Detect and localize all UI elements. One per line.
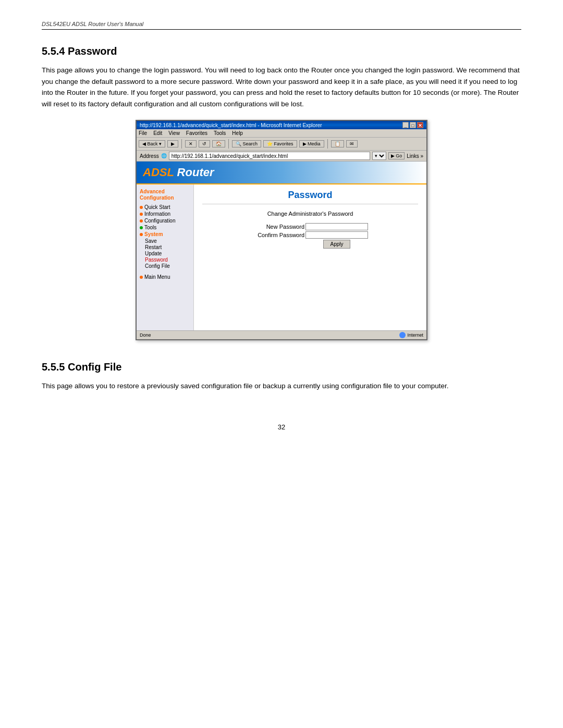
menu-tools[interactable]: Tools	[214, 130, 226, 136]
sidebar-label-configuration: Configuration	[144, 218, 175, 224]
toolbar-separator-1	[181, 139, 182, 149]
sidebar-item-quickstart[interactable]: Quick Start	[140, 204, 190, 210]
confirm-password-input[interactable]	[305, 231, 368, 239]
sidebar-sub-update[interactable]: Update	[145, 251, 190, 256]
router-body: Advanced Configuration Quick Start Infor…	[137, 184, 426, 330]
bullet-system	[140, 233, 143, 236]
bullet-configuration	[140, 219, 143, 223]
browser-toolbar: ◀ Back ▾ ▶ ✕ ↺ 🏠 🔍 Search ⭐ Favorites ▶ …	[137, 138, 426, 151]
menu-edit[interactable]: Edit	[153, 130, 162, 136]
internet-icon	[399, 332, 406, 338]
links-label: Links »	[407, 153, 423, 159]
manual-header: DSL542EU ADSL Router User's Manual	[42, 21, 521, 30]
stop-button[interactable]: ✕	[185, 140, 197, 147]
bullet-quickstart	[140, 206, 143, 209]
menu-view[interactable]: View	[168, 130, 180, 136]
search-button[interactable]: 🔍 Search	[232, 140, 261, 147]
home-button[interactable]: 🏠	[212, 140, 225, 147]
router-header: ADSL Router	[137, 162, 426, 184]
sidebar-label-mainmenu: Main Menu	[144, 274, 170, 280]
sidebar-item-mainmenu[interactable]: Main Menu	[140, 274, 190, 280]
browser-statusbar: Done Internet	[137, 330, 426, 339]
sidebar-item-configuration[interactable]: Configuration	[140, 218, 190, 224]
favorites-button[interactable]: ⭐ Favorites	[263, 140, 297, 147]
logo-router: Router	[174, 166, 214, 179]
page-number: 32	[42, 423, 521, 431]
new-password-label: New Password	[252, 223, 304, 230]
bullet-mainmenu	[140, 276, 143, 279]
maximize-button[interactable]: □	[410, 122, 416, 128]
menu-help[interactable]: Help	[232, 130, 243, 136]
titlebar-controls: _ □ ✕	[402, 122, 423, 128]
menu-file[interactable]: File	[139, 130, 147, 136]
back-button[interactable]: ◀ Back ▾	[139, 140, 165, 147]
browser-menubar: File Edit View Favorites Tools Help	[137, 129, 426, 138]
go-button[interactable]: ▶ Go	[388, 152, 405, 159]
confirm-password-label: Confirm Password	[252, 231, 304, 239]
sidebar-label-quickstart: Quick Start	[144, 204, 170, 210]
sidebar-label-system: System	[144, 231, 163, 237]
toolbar-separator-3	[327, 139, 328, 149]
browser-window: http://192.168.1.1/advanced/quick_start/…	[136, 120, 427, 340]
history-button[interactable]: 📋	[331, 140, 344, 147]
address-label: Address	[140, 153, 159, 159]
sidebar-sub-save[interactable]: Save	[145, 238, 190, 244]
refresh-button[interactable]: ↺	[199, 140, 210, 147]
manual-title: DSL542EU ADSL Router User's Manual	[42, 21, 143, 27]
content-subtitle: Change Administrator's Password	[202, 211, 418, 217]
sidebar-section-title: Advanced Configuration	[140, 189, 190, 201]
sidebar-item-system[interactable]: System	[140, 231, 190, 237]
media-button[interactable]: ▶ Media	[299, 140, 324, 147]
sidebar-sub-password[interactable]: Password	[145, 257, 190, 263]
toolbar-separator-2	[228, 139, 229, 149]
bullet-information	[140, 213, 143, 216]
sidebar-label-tools: Tools	[144, 225, 156, 230]
sidebar-item-tools[interactable]: Tools	[140, 225, 190, 230]
forward-button[interactable]: ▶	[167, 140, 178, 147]
section-555-body: This page allows you to restore a previo…	[42, 380, 521, 392]
sidebar-label-information: Information	[144, 211, 170, 217]
address-icon: 🌐	[161, 153, 167, 158]
close-button[interactable]: ✕	[417, 122, 423, 128]
router-ui: ADSL Router Advanced Configuration Quick…	[137, 162, 426, 330]
section-554: 5.5.4 Password This page allows you to c…	[42, 45, 521, 109]
section-554-title: 5.5.4 Password	[42, 45, 521, 57]
internet-label: Internet	[407, 332, 423, 338]
address-input[interactable]	[169, 152, 370, 160]
router-content: Password Change Administrator's Password…	[194, 184, 426, 330]
logo-adsl: ADSL	[143, 166, 174, 179]
mail-button[interactable]: ✉	[346, 140, 358, 147]
statusbar-internet: Internet	[399, 332, 423, 338]
address-dropdown[interactable]: ▾	[372, 152, 386, 160]
bullet-tools	[140, 226, 143, 229]
address-bar: Address 🌐 ▾ ▶ Go Links »	[137, 151, 426, 162]
section-555: 5.5.5 Config File This page allows you t…	[42, 361, 521, 392]
menu-favorites[interactable]: Favorites	[186, 130, 207, 136]
section-555-title: 5.5.5 Config File	[42, 361, 521, 373]
status-text: Done	[140, 332, 151, 338]
sidebar-sub-restart[interactable]: Restart	[145, 244, 190, 250]
browser-titlebar: http://192.168.1.1/advanced/quick_start/…	[137, 121, 426, 129]
sidebar-sub-configfile[interactable]: Config File	[145, 263, 190, 269]
router-logo: ADSL Router	[143, 166, 214, 179]
browser-title: http://192.168.1.1/advanced/quick_start/…	[140, 122, 322, 128]
router-sidebar: Advanced Configuration Quick Start Infor…	[137, 184, 194, 330]
sidebar-item-information[interactable]: Information	[140, 211, 190, 217]
password-form: New Password Confirm Password Apply	[251, 222, 369, 250]
content-title: Password	[202, 190, 418, 204]
section-554-body: This page allows you to change the login…	[42, 65, 521, 109]
apply-button[interactable]: Apply	[323, 240, 350, 249]
new-password-input[interactable]	[305, 223, 368, 230]
minimize-button[interactable]: _	[402, 122, 409, 128]
